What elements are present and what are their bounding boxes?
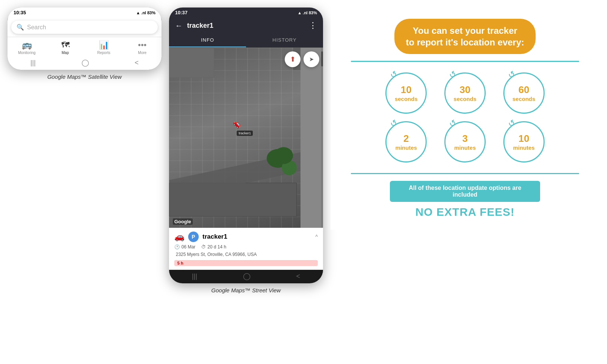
tracker-duration: 20 d 14 h: [207, 244, 226, 250]
monitoring-icon: 🚌: [22, 40, 32, 50]
circle-arrow-10m: ↺: [506, 118, 517, 130]
back-button[interactable]: ←: [175, 21, 183, 30]
title-line2: to report it's location every:: [406, 37, 524, 47]
circle-unit-30s: seconds: [454, 96, 477, 102]
nav-map[interactable]: 🗺 Map: [54, 40, 77, 55]
tracker-info-card: You can set your tracker to report it's …: [331, 8, 599, 230]
teal-divider-bottom: [351, 173, 579, 174]
circle-num-30s: 30: [454, 84, 477, 96]
tracker-map-area[interactable]: 🚗 tracker1 ⬆ ➤ Google: [169, 48, 323, 228]
building2: [169, 48, 214, 78]
circle-text-10m: 10 minutes: [513, 133, 535, 151]
no-fees-box: All of these location update options are…: [390, 181, 540, 202]
circle-outer-60s: ↺ 60 seconds: [503, 72, 545, 114]
aerial-share-icon: ➤: [309, 56, 314, 63]
phone1-status-icons: ▲ .nl 83%: [136, 11, 156, 15]
reports-label: Reports: [97, 51, 110, 55]
tracker-address: 2325 Myers St, Oroville, CA 95966, USA: [174, 252, 318, 257]
circle-outer-2m: ↺ 2 minutes: [385, 121, 427, 162]
phone2-time: 10:37: [175, 10, 187, 15]
aerial-compass[interactable]: ⬆: [285, 51, 300, 67]
tracker-info-name: tracker1: [202, 233, 227, 241]
circle-10m: ↺ 10 minutes: [500, 121, 548, 162]
tracker-date-item: 🕐 06 Mar: [174, 244, 195, 250]
circle-num-60s: 60: [512, 84, 535, 96]
clock-icon: 🕐: [174, 244, 180, 250]
circle-30s: ↺ 30 seconds: [441, 72, 489, 114]
circle-arrow-3m: ↺: [447, 118, 458, 130]
title-line1: You can set your tracker: [413, 26, 517, 36]
home-pill-left: |||: [30, 59, 36, 67]
scroll-thumb: [321, 51, 323, 66]
tab-history[interactable]: HISTORY: [246, 33, 323, 47]
circle-unit-10m: minutes: [513, 144, 535, 151]
phone2-home-indicator: ||| ◯ <: [169, 270, 323, 283]
tab-info[interactable]: INFO: [169, 33, 246, 47]
home2-pill-right: <: [296, 272, 300, 280]
menu-button[interactable]: ⋮: [309, 21, 317, 30]
circle-arrow-30s: ↺: [447, 69, 458, 81]
phone2-mockup: 10:37 ▲ .nl 83% ← tracker1 ⋮ INFO HISTOR…: [169, 8, 323, 283]
circle-outer-30s: ↺ 30 seconds: [444, 72, 486, 114]
phone2-status-bar: 10:37 ▲ .nl 83%: [169, 8, 323, 18]
aerial-google: Google: [173, 218, 193, 225]
home-pill-center: ◯: [82, 59, 89, 67]
circle-text-10s: 10 seconds: [395, 84, 418, 102]
circle-text-2m: 2 minutes: [396, 133, 417, 151]
tracker-tabs: INFO HISTORY: [169, 33, 323, 48]
circle-arrow-2m: ↺: [388, 118, 399, 130]
aerial-compass-icon: ⬆: [290, 55, 296, 63]
no-extra-fees-text: NO EXTRA FEES!: [415, 206, 515, 218]
tracker-duration-item: ⏱ 20 d 14 h: [201, 244, 226, 250]
circles-grid: ↺ 10 seconds ↺ 30 seconds ↺ 6: [382, 72, 548, 162]
circle-arrow-10s: ↺: [388, 69, 399, 81]
circle-num-2m: 2: [396, 133, 417, 144]
circle-num-3m: 3: [454, 133, 476, 144]
phone1-bottom-nav: 🚌 Monitoring 🗺 Map 📊 Reports ••• More: [8, 37, 162, 56]
nav-monitoring[interactable]: 🚌 Monitoring: [15, 40, 38, 55]
time-badge: 5 h: [174, 260, 318, 266]
aerial-tracker-label: tracker1: [237, 131, 253, 136]
parking-badge: P: [188, 232, 199, 242]
timer-icon: ⏱: [201, 244, 206, 250]
scroll-track: [321, 48, 323, 228]
circle-num-10m: 10: [513, 133, 535, 144]
nav-more[interactable]: ••• More: [131, 40, 154, 55]
phone2-wrapper: 10:37 ▲ .nl 83% ← tracker1 ⋮ INFO HISTOR…: [169, 8, 323, 293]
circle-3m: ↺ 3 minutes: [441, 121, 489, 162]
circle-unit-3m: minutes: [454, 144, 476, 151]
nav-reports[interactable]: 📊 Reports: [92, 40, 115, 55]
vehicle-icon: 🚗: [174, 232, 184, 242]
scroll-up-arrow[interactable]: ^: [315, 234, 318, 240]
phone1-search-bar[interactable]: 🔍 Search: [11, 21, 158, 34]
circle-text-30s: 30 seconds: [454, 84, 477, 102]
phone1-search-text: Search: [27, 24, 46, 31]
search-icon: 🔍: [17, 24, 24, 31]
more-icon: •••: [138, 40, 146, 50]
circle-unit-60s: seconds: [512, 96, 535, 102]
circle-outer-3m: ↺ 3 minutes: [444, 121, 486, 162]
phone2-caption: Google Maps™ Street View: [211, 287, 281, 293]
tree3: [274, 147, 293, 164]
circle-text-3m: 3 minutes: [454, 133, 476, 151]
tracker-meta-row: 🕐 06 Mar ⏱ 20 d 14 h: [174, 244, 318, 250]
aerial-share[interactable]: ➤: [304, 51, 319, 67]
phone1-status-bar: 10:35 ▲ .nl 83%: [8, 8, 162, 18]
map-label: Map: [62, 51, 69, 55]
circle-outer-10m: ↺ 10 minutes: [503, 121, 545, 162]
reports-icon: 📊: [99, 40, 109, 50]
circle-10s: ↺ 10 seconds: [382, 72, 430, 114]
teal-divider-top: [351, 61, 579, 62]
tracker-header: ← tracker1 ⋮: [169, 18, 323, 33]
home-pill-right: <: [135, 59, 139, 67]
tracker-date: 06 Mar: [181, 244, 195, 250]
monitoring-label: Monitoring: [18, 51, 36, 55]
no-fees-label: All of these location update options are…: [409, 185, 521, 198]
circle-unit-10s: seconds: [395, 96, 418, 102]
tracker-info-panel: 🚗 P tracker1 ^ 🕐 06 Mar ⏱ 20 d 14 h 2325: [169, 228, 323, 270]
phone2-signal: ▲ .nl 83%: [297, 11, 317, 15]
map-icon: 🗺: [61, 40, 69, 50]
info-card-title: You can set your tracker to report it's …: [394, 19, 535, 54]
road-right: [300, 48, 323, 228]
tracker-info-row1: 🚗 P tracker1 ^: [174, 232, 318, 242]
